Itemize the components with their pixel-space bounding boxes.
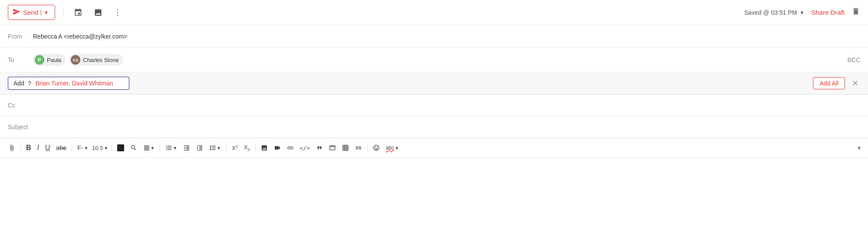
attachment-preview-button[interactable] — [91, 7, 105, 19]
toolbar-left: Send ▼ ⋮ — [8, 5, 744, 20]
subject-row: Subject — [0, 116, 868, 138]
media-button[interactable] — [272, 143, 283, 153]
table-button[interactable] — [340, 143, 351, 153]
subject-label: Subject — [8, 124, 33, 131]
toolbar-right: Saved @ 03:51 PM ▼ Share Draft — [744, 7, 860, 18]
expand-icon: ▼ — [856, 145, 862, 151]
suggestion-question: ? — [28, 80, 31, 87]
line-spacing-button[interactable]: ▼ — [207, 143, 223, 153]
svg-text:CS: CS — [73, 58, 79, 62]
fmt-sep-2 — [72, 144, 72, 152]
avatar-charles: CS — [71, 55, 80, 65]
attach-button[interactable] — [6, 143, 17, 153]
saved-chevron-icon[interactable]: ▼ — [799, 10, 804, 15]
superscript-icon: X2 — [232, 144, 238, 151]
underline-button[interactable]: U — [43, 142, 53, 153]
font-size-chevron-icon[interactable]: ▼ — [104, 146, 108, 150]
subscript-button[interactable]: X2 — [242, 142, 252, 153]
fmt-sep-3 — [112, 144, 112, 152]
italic-button[interactable]: I — [35, 142, 41, 153]
spell-check-chevron-icon: ▼ — [395, 146, 399, 150]
suggestion-box: Add ? Brian Turner, David Whitman — [8, 77, 129, 90]
font-chevron-icon: ▼ — [84, 146, 88, 150]
indent-button[interactable] — [194, 143, 205, 153]
spell-check-button[interactable]: abc ▼ — [384, 143, 401, 153]
from-value: Rebecca A <rebecca@zylker.com> — [33, 33, 127, 40]
font-button[interactable]: F- ▼ — [75, 143, 90, 153]
suggestion-actions: Add All ✕ — [813, 77, 860, 89]
underline-icon: U — [45, 144, 50, 152]
close-suggestion-button[interactable]: ✕ — [850, 78, 860, 88]
emoji-button[interactable] — [371, 143, 382, 153]
delete-button[interactable] — [852, 7, 860, 18]
bold-icon: B — [26, 144, 31, 152]
line-spacing-chevron-icon: ▼ — [217, 146, 221, 150]
columns-button[interactable] — [353, 143, 364, 153]
list-button[interactable]: ▼ — [163, 143, 179, 153]
list-chevron-icon: ▼ — [173, 146, 177, 150]
spell-check-icon: abc — [386, 145, 394, 151]
color-swatch — [117, 144, 124, 151]
close-icon: ✕ — [852, 79, 858, 88]
from-label: From — [8, 33, 33, 40]
saved-text-label: Saved @ 03:51 PM — [744, 9, 797, 16]
bold-button[interactable]: B — [24, 142, 33, 153]
toolbar: Send ▼ ⋮ Saved @ 03:51 PM ▼ Share Draft — [0, 0, 868, 25]
superscript-button[interactable]: X2 — [230, 143, 240, 153]
fmt-sep-6 — [255, 144, 256, 152]
schedule-button[interactable] — [71, 7, 85, 19]
code-icon: </> — [300, 145, 310, 151]
from-row: From Rebecca A <rebecca@zylker.com> — [0, 25, 868, 48]
add-all-button[interactable]: Add All — [813, 77, 845, 89]
text-color-button[interactable] — [115, 143, 126, 153]
font-icon: F- — [77, 144, 83, 151]
highlight-button[interactable] — [128, 143, 139, 153]
fmt-sep-7 — [367, 144, 368, 152]
cc-label: Cc — [8, 102, 33, 109]
fmt-sep-1 — [20, 144, 21, 152]
recipients-list: P Paula CS Charles Stone — [33, 54, 847, 66]
outdent-button[interactable] — [181, 143, 192, 153]
font-size-control: 10.5 ▼ — [92, 145, 108, 151]
italic-icon: I — [37, 144, 39, 152]
saved-status: Saved @ 03:51 PM ▼ — [744, 9, 805, 16]
recipient-charles[interactable]: CS Charles Stone — [69, 54, 123, 66]
suggestion-add-label: Add — [13, 80, 24, 87]
fmt-sep-5 — [226, 144, 227, 152]
send-button[interactable]: Send ▼ — [8, 5, 55, 20]
toolbar-expand-button[interactable]: ▼ — [856, 145, 862, 151]
align-button[interactable]: ▼ — [141, 143, 157, 153]
align-chevron-icon: ▼ — [151, 146, 155, 150]
send-label: Send — [23, 9, 38, 16]
suggestion-names: Brian Turner, David Whitman — [36, 80, 113, 87]
avatar-paula: P — [35, 55, 44, 65]
more-options-icon: ⋮ — [114, 8, 122, 17]
suggested-names-text: Brian Turner, David Whitman — [36, 80, 113, 87]
to-label: To — [8, 56, 33, 63]
blockquote-button[interactable] — [314, 143, 325, 153]
strikethrough-icon: abc̶ — [56, 144, 67, 151]
bcc-button[interactable]: BCC — [847, 56, 860, 63]
cc-row: Cc — [0, 95, 868, 116]
recipient-paula-name: Paula — [47, 57, 61, 63]
suggestion-row: Add ? Brian Turner, David Whitman Add Al… — [0, 72, 868, 95]
format-toolbar: B I U abc̶ F- ▼ 10.5 ▼ ▼ ▼ — [0, 138, 868, 158]
to-row: To P Paula CS Charles Stone BCC — [0, 48, 868, 72]
link-button[interactable] — [285, 143, 296, 153]
code-button[interactable]: </> — [298, 143, 312, 153]
fmt-sep-4 — [160, 144, 160, 152]
source-button[interactable] — [327, 143, 338, 153]
more-options-button[interactable]: ⋮ — [111, 6, 124, 19]
recipient-charles-name: Charles Stone — [83, 57, 118, 63]
subscript-icon: X2 — [244, 144, 250, 152]
font-size-value: 10.5 — [92, 145, 103, 151]
svg-text:P: P — [38, 57, 41, 62]
send-chevron-icon[interactable]: ▼ — [41, 10, 49, 15]
toolbar-divider-1 — [63, 7, 63, 18]
share-draft-button[interactable]: Share Draft — [811, 9, 845, 16]
strikethrough-button[interactable]: abc̶ — [54, 143, 69, 153]
recipient-paula[interactable]: P Paula — [33, 54, 66, 66]
image-button[interactable] — [259, 143, 270, 153]
send-icon — [13, 8, 20, 17]
